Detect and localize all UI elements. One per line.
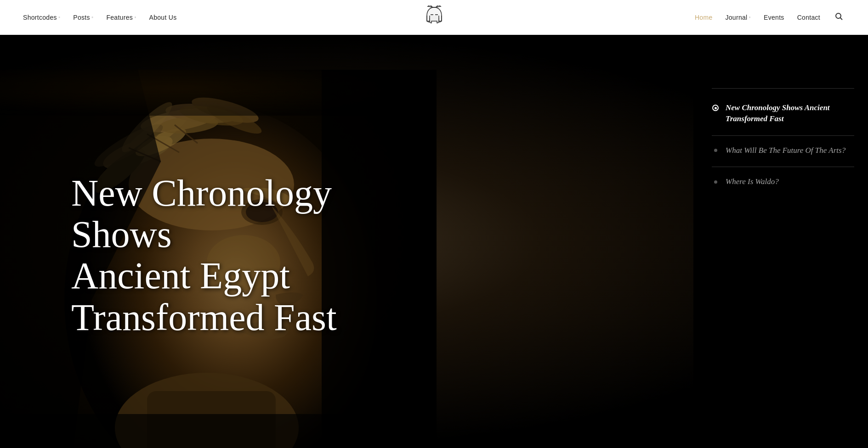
hero-section: New Chronology Shows Ancient Egypt Trans…: [0, 35, 868, 448]
sidebar-item-1-inner[interactable]: New Chronology Shows Ancient Transformed…: [712, 102, 854, 124]
sidebar-item-1-title: New Chronology Shows Ancient Transformed…: [726, 102, 854, 124]
site-logo[interactable]: [423, 6, 445, 29]
active-bullet-icon: [712, 105, 719, 111]
nav-contact[interactable]: Contact: [797, 14, 820, 21]
nav-features[interactable]: Features +: [106, 14, 136, 21]
nav-left: Shortcodes + Posts + Features + About Us: [23, 14, 177, 21]
hero-title-line2: Ancient Egypt: [71, 255, 290, 297]
nav-journal-label[interactable]: Journal: [725, 14, 747, 21]
nav-events[interactable]: Events: [764, 14, 784, 21]
hero-title-line1: New Chronology Shows: [71, 172, 332, 255]
nav-posts-label[interactable]: Posts: [73, 14, 90, 21]
nav-about-us[interactable]: About Us: [149, 14, 177, 21]
journal-arrow-icon: +: [749, 15, 751, 19]
sidebar-top-divider: [712, 88, 854, 89]
sidebar-item-2-title: What Will Be The Future Of The Arts?: [726, 145, 845, 156]
inactive-bullet-icon-3: [714, 180, 717, 184]
nav-home[interactable]: Home: [695, 14, 713, 21]
nav-features-label[interactable]: Features: [106, 14, 133, 21]
shortcodes-arrow-icon: +: [58, 15, 61, 19]
sidebar-bullet-1: [712, 104, 719, 112]
sidebar-item-1[interactable]: New Chronology Shows Ancient Transformed…: [712, 102, 854, 136]
nav-right: Home Journal + Events Contact: [695, 11, 845, 24]
sidebar-item-3-inner[interactable]: Where Is Waldo?: [712, 176, 854, 187]
sidebar-item-2-inner[interactable]: What Will Be The Future Of The Arts?: [712, 145, 854, 156]
sidebar: New Chronology Shows Ancient Transformed…: [693, 70, 868, 448]
search-icon: [835, 12, 843, 21]
posts-arrow-icon: +: [91, 15, 94, 19]
nav-journal[interactable]: Journal +: [725, 14, 751, 21]
sidebar-bullet-3: [712, 178, 719, 185]
svg-point-0: [836, 13, 841, 18]
sidebar-bullet-2: [712, 147, 719, 154]
features-arrow-icon: +: [134, 15, 136, 19]
sidebar-item-3[interactable]: Where Is Waldo?: [712, 176, 854, 198]
inactive-bullet-icon-2: [714, 149, 717, 152]
nav-shortcodes[interactable]: Shortcodes +: [23, 14, 60, 21]
nav-shortcodes-label[interactable]: Shortcodes: [23, 14, 57, 21]
sidebar-item-3-title: Where Is Waldo?: [726, 176, 779, 187]
hero-heading: New Chronology Shows Ancient Egypt Trans…: [71, 173, 393, 338]
sidebar-item-2[interactable]: What Will Be The Future Of The Arts?: [712, 145, 854, 168]
site-header: Shortcodes + Posts + Features + About Us: [0, 0, 868, 35]
search-button[interactable]: [833, 11, 845, 24]
svg-line-1: [840, 17, 843, 20]
hero-title-line3: Transformed Fast: [71, 296, 337, 338]
hero-title: New Chronology Shows Ancient Egypt Trans…: [71, 173, 393, 338]
nav-posts[interactable]: Posts +: [73, 14, 93, 21]
active-bullet-inner: [715, 107, 717, 109]
